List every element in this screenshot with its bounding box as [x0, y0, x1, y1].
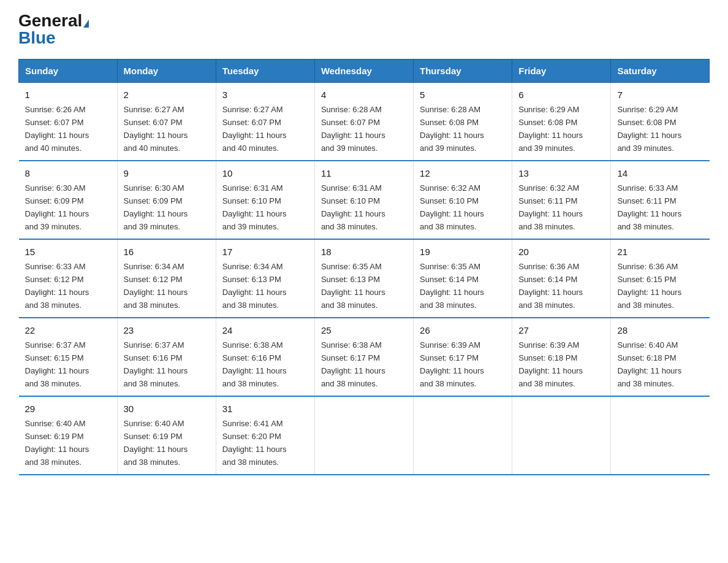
day-number: 25 [321, 323, 407, 337]
logo-blue-text: Blue [18, 29, 89, 47]
calendar-cell: 30 Sunrise: 6:40 AMSunset: 6:19 PMDaylig… [117, 396, 216, 475]
day-number: 31 [222, 402, 308, 416]
calendar-cell: 27 Sunrise: 6:39 AMSunset: 6:18 PMDaylig… [512, 318, 611, 396]
calendar-cell: 9 Sunrise: 6:30 AMSunset: 6:09 PMDayligh… [117, 161, 216, 239]
day-info: Sunrise: 6:29 AMSunset: 6:08 PMDaylight:… [617, 105, 681, 153]
day-info: Sunrise: 6:32 AMSunset: 6:10 PMDaylight:… [420, 183, 484, 231]
calendar-cell: 28 Sunrise: 6:40 AMSunset: 6:18 PMDaylig… [611, 318, 710, 396]
day-number: 13 [518, 166, 604, 180]
calendar-cell: 2 Sunrise: 6:27 AMSunset: 6:07 PMDayligh… [117, 83, 216, 161]
page-header: General Blue [18, 12, 710, 47]
day-number: 4 [321, 88, 407, 102]
day-number: 8 [25, 166, 111, 180]
header-wednesday: Wednesday [314, 59, 413, 83]
day-info: Sunrise: 6:39 AMSunset: 6:18 PMDaylight:… [518, 340, 583, 388]
day-number: 20 [518, 245, 604, 259]
day-info: Sunrise: 6:29 AMSunset: 6:08 PMDaylight:… [518, 105, 583, 153]
day-info: Sunrise: 6:35 AMSunset: 6:13 PMDaylight:… [321, 262, 385, 310]
day-number: 17 [222, 245, 308, 259]
day-info: Sunrise: 6:30 AMSunset: 6:09 PMDaylight:… [25, 183, 89, 231]
calendar-cell: 18 Sunrise: 6:35 AMSunset: 6:13 PMDaylig… [314, 239, 413, 318]
day-number: 14 [617, 166, 703, 180]
header-monday: Monday [117, 59, 216, 83]
header-friday: Friday [512, 59, 611, 83]
day-number: 30 [124, 402, 210, 416]
calendar-cell: 25 Sunrise: 6:38 AMSunset: 6:17 PMDaylig… [314, 318, 413, 396]
calendar-cell: 29 Sunrise: 6:40 AMSunset: 6:19 PMDaylig… [19, 396, 118, 475]
day-number: 15 [25, 245, 111, 259]
day-info: Sunrise: 6:35 AMSunset: 6:14 PMDaylight:… [420, 262, 484, 310]
calendar-cell: 10 Sunrise: 6:31 AMSunset: 6:10 PMDaylig… [216, 161, 314, 239]
day-number: 22 [25, 323, 111, 337]
day-info: Sunrise: 6:28 AMSunset: 6:07 PMDaylight:… [321, 105, 385, 153]
day-number: 28 [617, 323, 703, 337]
calendar-cell: 8 Sunrise: 6:30 AMSunset: 6:09 PMDayligh… [19, 161, 118, 239]
day-info: Sunrise: 6:40 AMSunset: 6:19 PMDaylight:… [124, 419, 188, 467]
day-info: Sunrise: 6:28 AMSunset: 6:08 PMDaylight:… [420, 105, 484, 153]
calendar-cell: 11 Sunrise: 6:31 AMSunset: 6:10 PMDaylig… [314, 161, 413, 239]
day-number: 29 [25, 402, 111, 416]
calendar-cell: 13 Sunrise: 6:32 AMSunset: 6:11 PMDaylig… [512, 161, 611, 239]
day-number: 23 [124, 323, 210, 337]
calendar-cell [512, 396, 611, 475]
day-info: Sunrise: 6:38 AMSunset: 6:17 PMDaylight:… [321, 340, 385, 388]
day-number: 6 [518, 88, 604, 102]
day-info: Sunrise: 6:40 AMSunset: 6:18 PMDaylight:… [617, 340, 681, 388]
header-sunday: Sunday [19, 59, 118, 83]
calendar-cell: 20 Sunrise: 6:36 AMSunset: 6:14 PMDaylig… [512, 239, 611, 318]
day-info: Sunrise: 6:32 AMSunset: 6:11 PMDaylight:… [518, 183, 583, 231]
day-info: Sunrise: 6:33 AMSunset: 6:12 PMDaylight:… [25, 262, 89, 310]
day-info: Sunrise: 6:36 AMSunset: 6:15 PMDaylight:… [617, 262, 681, 310]
calendar-cell [314, 396, 413, 475]
calendar-cell: 12 Sunrise: 6:32 AMSunset: 6:10 PMDaylig… [414, 161, 512, 239]
day-number: 11 [321, 166, 407, 180]
calendar-cell: 1 Sunrise: 6:26 AMSunset: 6:07 PMDayligh… [19, 83, 118, 161]
logo-triangle-icon [83, 20, 89, 28]
day-info: Sunrise: 6:31 AMSunset: 6:10 PMDaylight:… [321, 183, 385, 231]
calendar-cell: 26 Sunrise: 6:39 AMSunset: 6:17 PMDaylig… [414, 318, 512, 396]
day-info: Sunrise: 6:36 AMSunset: 6:14 PMDaylight:… [518, 262, 583, 310]
day-number: 5 [420, 88, 506, 102]
calendar-cell: 16 Sunrise: 6:34 AMSunset: 6:12 PMDaylig… [117, 239, 216, 318]
day-number: 12 [420, 166, 506, 180]
calendar-week-3: 15 Sunrise: 6:33 AMSunset: 6:12 PMDaylig… [19, 239, 710, 318]
calendar-cell: 15 Sunrise: 6:33 AMSunset: 6:12 PMDaylig… [19, 239, 118, 318]
day-info: Sunrise: 6:33 AMSunset: 6:11 PMDaylight:… [617, 183, 681, 231]
calendar-cell [611, 396, 710, 475]
calendar-cell: 4 Sunrise: 6:28 AMSunset: 6:07 PMDayligh… [314, 83, 413, 161]
calendar-cell: 21 Sunrise: 6:36 AMSunset: 6:15 PMDaylig… [611, 239, 710, 318]
day-info: Sunrise: 6:34 AMSunset: 6:13 PMDaylight:… [222, 262, 287, 310]
day-info: Sunrise: 6:27 AMSunset: 6:07 PMDaylight:… [222, 105, 287, 153]
day-number: 18 [321, 245, 407, 259]
calendar-cell [414, 396, 512, 475]
day-number: 3 [222, 88, 308, 102]
day-number: 24 [222, 323, 308, 337]
calendar-table: SundayMondayTuesdayWednesdayThursdayFrid… [18, 59, 710, 475]
day-info: Sunrise: 6:41 AMSunset: 6:20 PMDaylight:… [222, 419, 287, 467]
logo-general-text: General [18, 11, 82, 30]
calendar-cell: 19 Sunrise: 6:35 AMSunset: 6:14 PMDaylig… [414, 239, 512, 318]
day-info: Sunrise: 6:37 AMSunset: 6:15 PMDaylight:… [25, 340, 89, 388]
day-info: Sunrise: 6:31 AMSunset: 6:10 PMDaylight:… [222, 183, 287, 231]
day-number: 16 [124, 245, 210, 259]
day-number: 19 [420, 245, 506, 259]
day-number: 9 [124, 166, 210, 180]
day-info: Sunrise: 6:27 AMSunset: 6:07 PMDaylight:… [124, 105, 188, 153]
day-info: Sunrise: 6:26 AMSunset: 6:07 PMDaylight:… [25, 105, 89, 153]
calendar-cell: 7 Sunrise: 6:29 AMSunset: 6:08 PMDayligh… [611, 83, 710, 161]
day-info: Sunrise: 6:39 AMSunset: 6:17 PMDaylight:… [420, 340, 484, 388]
calendar-header-row: SundayMondayTuesdayWednesdayThursdayFrid… [19, 59, 710, 83]
calendar-cell: 22 Sunrise: 6:37 AMSunset: 6:15 PMDaylig… [19, 318, 118, 396]
calendar-week-2: 8 Sunrise: 6:30 AMSunset: 6:09 PMDayligh… [19, 161, 710, 239]
calendar-cell: 6 Sunrise: 6:29 AMSunset: 6:08 PMDayligh… [512, 83, 611, 161]
calendar-cell: 3 Sunrise: 6:27 AMSunset: 6:07 PMDayligh… [216, 83, 314, 161]
day-number: 21 [617, 245, 703, 259]
calendar-cell: 5 Sunrise: 6:28 AMSunset: 6:08 PMDayligh… [414, 83, 512, 161]
day-info: Sunrise: 6:40 AMSunset: 6:19 PMDaylight:… [25, 419, 89, 467]
header-saturday: Saturday [611, 59, 710, 83]
logo: General Blue [18, 12, 89, 47]
day-number: 10 [222, 166, 308, 180]
calendar-cell: 14 Sunrise: 6:33 AMSunset: 6:11 PMDaylig… [611, 161, 710, 239]
calendar-cell: 17 Sunrise: 6:34 AMSunset: 6:13 PMDaylig… [216, 239, 314, 318]
header-thursday: Thursday [414, 59, 512, 83]
